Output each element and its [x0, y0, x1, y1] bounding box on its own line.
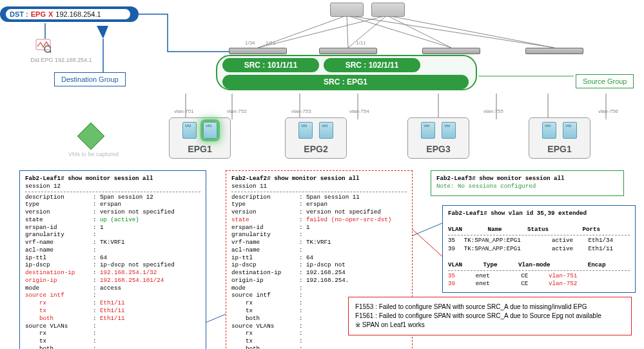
dst-epg: EPG [31, 10, 46, 18]
vm-capture-caption: VMs to be captured [58, 151, 129, 157]
vlan-table-1-body: 35TK:SPAN_APP:EPG1activeEth1/3439TK:SPAN… [448, 237, 630, 253]
port-label-1-34: 1/34 [245, 40, 255, 46]
terminal-leaf2-session: session 11 [231, 183, 407, 190]
leaf-switch-1 [229, 48, 287, 54]
vlan-table-2-body: 35enetCEvlan-75139enetCEvlan-752 [448, 272, 630, 288]
dst-pill: DST : EPG X 192.168.254.1 [0, 6, 139, 22]
server-group-title: EPG1 [547, 144, 571, 154]
server-group-title: EPG3 [426, 144, 450, 154]
dst-pill-inner: DST : EPG X 192.168.254.1 [5, 8, 131, 20]
analyzer-icon [35, 39, 51, 53]
vm-icon [319, 122, 333, 139]
svg-marker-9 [97, 26, 108, 39]
server-group-title: EPG2 [304, 144, 327, 154]
src-pill-101: SRC : 101/1/11 [222, 58, 319, 72]
vlan-label-755: vlan-755 [483, 108, 503, 114]
dst-label: DST : [10, 10, 28, 18]
callout-source-group: Source Group [576, 74, 634, 88]
src-pill-epg1: SRC : EPG1 [222, 75, 469, 89]
svg-line-4 [258, 15, 387, 48]
server-group-epg2: EPG2 [285, 117, 347, 159]
svg-line-1 [347, 15, 348, 48]
spine-switch-2 [371, 3, 405, 17]
vlan-extended-box: Fab2-Leaf1# show vlan id 35,39 extended … [442, 205, 636, 293]
port-label-1-11-a: 1/11 [266, 40, 276, 46]
svg-line-6 [387, 15, 451, 48]
terminal-leaf2-header: Fab2-Leaf2# show monitor session all [231, 175, 407, 183]
vlan-table-2: VLANTypeVlan-modeEncap [448, 261, 630, 269]
terminal-leaf3-note: Note: No sessions configured [436, 183, 618, 190]
server-group-title: EPG1 [188, 144, 211, 154]
svg-line-5 [348, 15, 387, 48]
leaf-switch-2 [319, 48, 377, 54]
vlan-label-753: vlan-753 [291, 108, 311, 114]
server-group-epg1-a: EPG1 [169, 117, 231, 159]
vm-icon [563, 122, 577, 139]
terminal-leaf1-session: session 12 [25, 183, 200, 190]
server-group-epg3: EPG3 [407, 117, 469, 159]
error-line-note: ※ SPAN on Leaf1 works [355, 321, 625, 330]
vlan-label-751: vlan-751 [174, 108, 194, 114]
vm-icon [298, 122, 313, 139]
vlan-table-1: VLANNameStatusPorts [448, 226, 630, 234]
vm-icon-captured [203, 122, 217, 139]
terminal-leaf3: Fab2-Leaf3# show monitor session all Not… [431, 170, 624, 196]
vm-icon [182, 122, 197, 139]
dst-ip: 192.168.254.1 [55, 10, 101, 18]
leaf-switch-3 [422, 48, 480, 54]
terminal-leaf1-header: Fab2-Leaf1# show monitor session all [25, 175, 200, 183]
svg-line-21 [50, 51, 51, 53]
vlan-ext-header: Fab2-Leaf1# show vlan id 35,39 extended [448, 210, 630, 217]
svg-line-3 [347, 15, 554, 48]
vm-icon [421, 122, 435, 139]
vm-icon [542, 122, 556, 139]
vlan-label-752: vlan-752 [227, 108, 247, 114]
error-line-f1553: F1553 : Failed to configure SPAN with so… [355, 303, 625, 312]
callout-destination-group: Destination Group [54, 72, 126, 86]
server-group-epg1-b: EPG1 [529, 117, 590, 159]
error-callout: F1553 : Failed to configure SPAN with so… [348, 297, 632, 335]
svg-line-7 [387, 15, 554, 48]
vm-icon [442, 122, 456, 139]
vlan-label-756: vlan-756 [598, 108, 618, 114]
port-label-1-11-b: 1/11 [356, 40, 366, 46]
leaf-switch-4 [525, 48, 583, 54]
vm-cube-icon [80, 125, 102, 147]
terminal-leaf3-header: Fab2-Leaf3# show monitor session all [436, 175, 618, 183]
spine-switch-1 [330, 3, 364, 17]
src-pill-102: SRC : 102/1/11 [324, 58, 420, 72]
vlan-label-754: vlan-754 [349, 108, 369, 114]
error-line-f1561: F1561 : Failed to configure SPAN with so… [355, 312, 625, 321]
analyzer-label: Dst EPG 192.168.254.1 [26, 57, 97, 63]
dst-x: X [48, 10, 53, 18]
terminal-leaf1: Fab2-Leaf1# show monitor session all ses… [19, 170, 206, 349]
